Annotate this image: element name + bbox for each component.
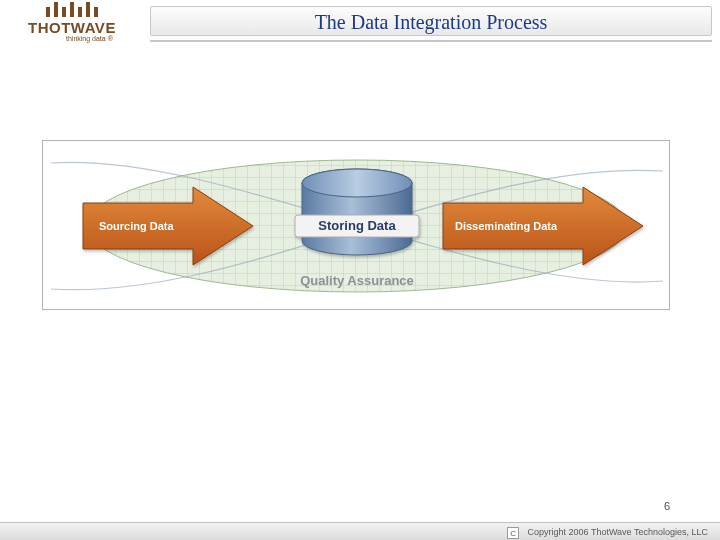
page-title: The Data Integration Process xyxy=(150,6,712,36)
logo-wordmark: THOTWAVE xyxy=(28,19,158,36)
stage3-label: Disseminating Data xyxy=(455,220,558,232)
copyright-icon: C xyxy=(507,527,519,539)
copyright-text: Copyright 2006 ThotWave Technologies, LL… xyxy=(528,527,708,537)
title-rule xyxy=(150,40,712,42)
header: THOTWAVE thinking data ® The Data Integr… xyxy=(0,0,720,46)
logo-tagline: thinking data ® xyxy=(66,35,158,42)
qa-label: Quality Assurance xyxy=(300,273,414,288)
stage2-label: Storing Data xyxy=(318,218,396,233)
logo-bars-icon xyxy=(46,2,158,17)
logo: THOTWAVE thinking data ® xyxy=(28,2,158,42)
stage1-label: Sourcing Data xyxy=(99,220,174,232)
diagram-svg: Sourcing Data Storing Data Disseminating… xyxy=(43,141,671,311)
page-number: 6 xyxy=(664,500,670,512)
footer: C Copyright 2006 ThotWave Technologies, … xyxy=(0,522,720,540)
svg-point-3 xyxy=(302,169,412,197)
process-diagram: Sourcing Data Storing Data Disseminating… xyxy=(42,140,670,310)
database-cylinder-icon: Storing Data xyxy=(295,169,419,255)
